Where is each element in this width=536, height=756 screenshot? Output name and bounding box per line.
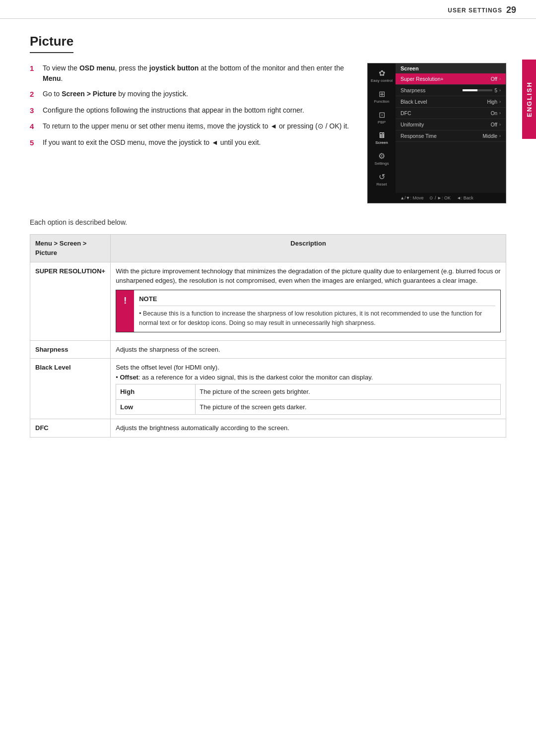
osd-bottom-hints: ▲/▼: Move ⊙ / ►: OK ◄: Back [368,193,506,203]
osd-menu-sharpness[interactable]: Sharpness 5 › [396,85,506,96]
table-row-sharpness: Sharpness Adjusts the sharpness of the s… [30,340,506,359]
osd-menu-response-time[interactable]: Response Time Middle › [396,130,506,142]
instruction-2: Go to Screen > Picture by moving the joy… [30,89,352,100]
sub-cell-low-value: The picture of the screen gets darker. [196,399,501,415]
description-table: Menu > Screen > Picture Description SUPE… [30,234,506,438]
osd-menu-super-resolution[interactable]: Super Resolution+ Off › [396,73,506,85]
note-box: ! NOTE • Because this is a function to i… [116,290,501,332]
page-title: Picture [30,34,73,53]
osd-menu-title: Screen [396,63,506,73]
table-cell-super-resolution-label: SUPER RESOLUTION+ [30,262,111,340]
sub-cell-high-label: High [116,384,196,400]
osd-menu-black-level[interactable]: Black Level High › [396,96,506,108]
table-cell-super-resolution-desc: With the picture improvement technology … [111,262,506,340]
table-row-black-level: Black Level Sets the offset level (for H… [30,359,506,419]
top-section: To view the OSD menu, press the joystick… [30,63,506,203]
osd-screenshot: ✿ Easy control ⊞ Function ⊡ PBP 🖥 [367,63,506,203]
instruction-5: If you want to exit the OSD menu, move t… [30,137,352,149]
sub-cell-high-value: The picture of the screen gets brighter. [196,384,501,400]
table-row-super-resolution: SUPER RESOLUTION+ With the picture impro… [30,262,506,340]
osd-menu-column: Screen Super Resolution+ Off › Sharpness… [396,63,506,193]
osd-icon-settings[interactable]: ⚙ Settings [368,149,396,169]
each-option-label: Each option is described below. [30,218,506,226]
table-col1-header: Menu > Screen > Picture [30,234,111,262]
note-text: • Because this is a function to increase… [139,309,495,328]
table-cell-dfc-label: DFC [30,419,111,438]
language-tab: ENGLISH [522,60,536,139]
main-content: Picture To view the OSD menu, press the … [0,19,536,452]
sub-row-low: Low The picture of the screen gets darke… [116,399,501,415]
osd-screenshot-container: ✿ Easy control ⊞ Function ⊡ PBP 🖥 [367,63,506,203]
table-cell-dfc-desc: Adjusts the brightness automatically acc… [111,419,506,438]
table-cell-sharpness-label: Sharpness [30,340,111,359]
note-title: NOTE [139,294,495,307]
osd-main: ✿ Easy control ⊞ Function ⊡ PBP 🖥 [368,63,506,193]
osd-hint-ok: ⊙ / ►: OK [429,195,450,200]
sub-cell-low-label: Low [116,399,196,415]
osd-icon-reset[interactable]: ↺ Reset [368,170,396,190]
page-number: 29 [506,5,516,15]
instruction-3: Configure the options following the inst… [30,105,352,117]
instruction-4: To return to the upper menu or set other… [30,121,352,132]
table-cell-black-level-label: Black Level [30,359,111,419]
osd-hint-back: ◄: Back [457,195,473,200]
page-header: USER SETTINGS 29 [0,0,536,19]
note-left-bar: ! [116,290,134,332]
section-label: USER SETTINGS [448,7,502,14]
osd-menu-dfc[interactable]: DFC On › [396,108,506,119]
osd-icons-column: ✿ Easy control ⊞ Function ⊡ PBP 🖥 [368,63,396,193]
osd-hint-move: ▲/▼: Move [400,195,423,200]
osd-menu-uniformity[interactable]: Uniformity Off › [396,119,506,130]
sub-row-high: High The picture of the screen gets brig… [116,384,501,400]
note-content: NOTE • Because this is a function to inc… [134,290,500,332]
instructions-list: To view the OSD menu, press the joystick… [30,63,352,203]
osd-icon-easy-control[interactable]: ✿ Easy control [368,66,396,86]
osd-icon-screen[interactable]: 🖥 Screen [368,128,396,148]
osd-icon-pbp[interactable]: ⊡ PBP [368,108,396,128]
table-col2-header: Description [111,234,506,262]
osd-empty-space [396,142,506,172]
table-cell-black-level-desc: Sets the offset level (for HDMI only). •… [111,359,506,419]
osd-icon-function[interactable]: ⊞ Function [368,87,396,107]
instruction-1: To view the OSD menu, press the joystick… [30,63,352,84]
black-level-sub-table: High The picture of the screen gets brig… [116,384,501,415]
table-row-dfc: DFC Adjusts the brightness automatically… [30,419,506,438]
note-icon: ! [124,294,127,308]
table-cell-sharpness-desc: Adjusts the sharpness of the screen. [111,340,506,359]
